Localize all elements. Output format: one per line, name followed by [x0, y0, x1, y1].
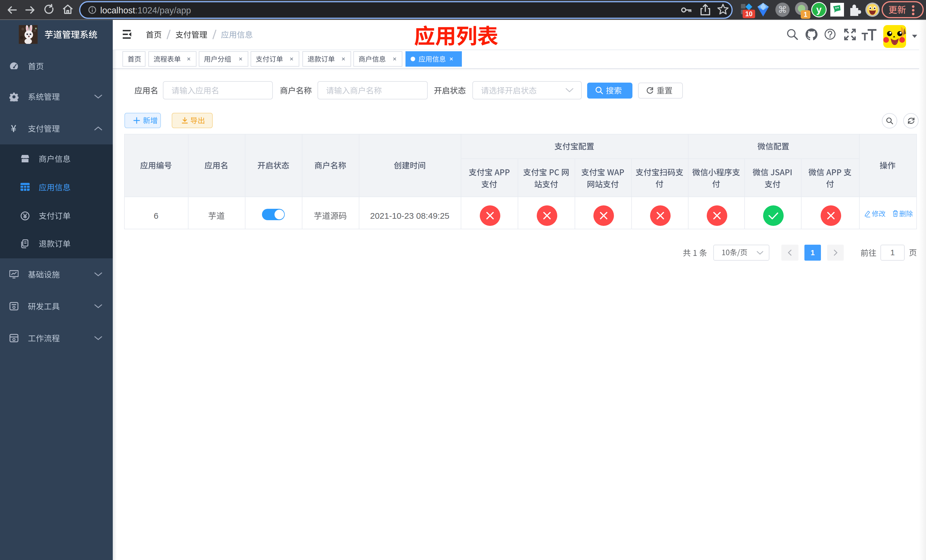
- svg-text:⌘: ⌘: [778, 5, 787, 15]
- svg-text:y: y: [816, 4, 822, 15]
